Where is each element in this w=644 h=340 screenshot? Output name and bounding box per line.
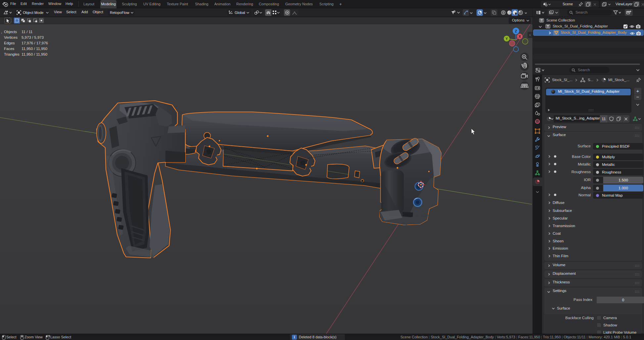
svg-text:Y: Y [506, 37, 508, 41]
svg-text:X: X [519, 35, 521, 38]
svg-text:Z: Z [515, 29, 517, 33]
